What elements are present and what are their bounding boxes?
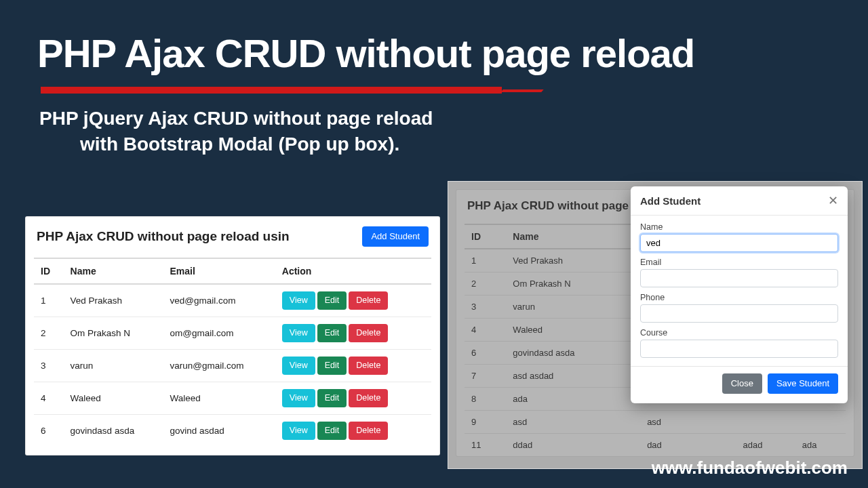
table-row: 1Ved Prakashved@gmail.comViewEditDelete xyxy=(34,284,431,317)
phone-label: Phone xyxy=(640,293,838,302)
panel-title: PHP Ajax CRUD without page reload usin xyxy=(37,229,290,244)
course-input[interactable] xyxy=(640,340,838,358)
cell-id: 6 xyxy=(34,414,64,447)
delete-button[interactable]: Delete xyxy=(349,422,388,440)
cell-email: govind asdad xyxy=(163,414,275,447)
cell-name: Ved Prakash xyxy=(64,284,163,317)
table-row: 6govindasd asdagovind asdadViewEditDelet… xyxy=(34,414,431,447)
name-input[interactable] xyxy=(640,234,838,252)
edit-button[interactable]: Edit xyxy=(317,324,347,342)
modal-header: Add Student ✕ xyxy=(631,186,848,216)
cell-name: Waleed xyxy=(64,382,163,414)
cell-name: Om Prakash N xyxy=(64,317,163,349)
col-name: Name xyxy=(64,258,163,284)
view-button[interactable]: View xyxy=(282,422,315,440)
edit-button[interactable]: Edit xyxy=(317,357,347,375)
cell-actions: ViewEditDelete xyxy=(275,284,431,317)
cell-actions: ViewEditDelete xyxy=(275,382,431,414)
delete-button[interactable]: Delete xyxy=(349,357,388,375)
name-label: Name xyxy=(640,222,838,232)
subtitle-line-2: with Bootstrap Modal (Pop up box). xyxy=(39,131,868,157)
table-row: 2Om Prakash Nom@gmail.comViewEditDelete xyxy=(34,317,431,349)
cell-id: 4 xyxy=(34,382,64,414)
page-subtitle: PHP jQuery Ajax CRUD without page reload… xyxy=(0,94,868,157)
cell-email: Waleed xyxy=(163,382,275,414)
table-row: 4WaleedWaleedViewEditDelete xyxy=(34,382,431,414)
page-title: PHP Ajax CRUD without page reload xyxy=(0,0,868,76)
phone-input[interactable] xyxy=(640,304,838,323)
email-input[interactable] xyxy=(640,269,838,287)
panel-header: PHP Ajax CRUD without page reload usin A… xyxy=(26,217,439,253)
cell-actions: ViewEditDelete xyxy=(275,349,431,382)
cell-id: 2 xyxy=(34,317,64,349)
view-button[interactable]: View xyxy=(282,324,315,342)
close-button[interactable]: Close xyxy=(722,373,762,394)
view-button[interactable]: View xyxy=(282,291,315,310)
close-icon[interactable]: ✕ xyxy=(828,195,838,207)
edit-button[interactable]: Edit xyxy=(317,291,347,310)
cell-email: ved@gmail.com xyxy=(163,284,275,317)
save-student-button[interactable]: Save Student xyxy=(768,373,838,394)
edit-button[interactable]: Edit xyxy=(317,389,347,407)
col-id: ID xyxy=(34,258,64,284)
cell-actions: ViewEditDelete xyxy=(275,414,431,447)
view-button[interactable]: View xyxy=(282,389,315,407)
cell-actions: ViewEditDelete xyxy=(275,317,431,349)
student-list-panel: PHP Ajax CRUD without page reload usin A… xyxy=(26,217,439,455)
add-student-modal: Add Student ✕ Name Email Phone Course Cl… xyxy=(631,186,848,403)
modal-title: Add Student xyxy=(640,195,701,207)
cell-name: govindasd asda xyxy=(64,414,163,447)
cell-email: om@gmail.com xyxy=(163,317,275,349)
footer-url: www.fundaofwebit.com xyxy=(652,458,848,479)
delete-button[interactable]: Delete xyxy=(349,291,388,310)
modal-footer: Close Save Student xyxy=(631,366,848,403)
cell-email: varun@gmail.com xyxy=(163,349,275,382)
delete-button[interactable]: Delete xyxy=(349,324,388,342)
modal-body: Name Email Phone Course xyxy=(631,216,848,366)
email-label: Email xyxy=(640,258,838,267)
cell-id: 1 xyxy=(34,284,64,317)
cell-id: 3 xyxy=(34,349,64,382)
students-table: ID Name Email Action 1Ved Prakashved@gma… xyxy=(34,258,431,447)
col-email: Email xyxy=(163,258,275,284)
edit-button[interactable]: Edit xyxy=(317,422,347,440)
accent-rule xyxy=(41,87,502,94)
course-label: Course xyxy=(640,328,838,338)
table-row: 3varunvarun@gmail.comViewEditDelete xyxy=(34,349,431,382)
add-student-button[interactable]: Add Student xyxy=(362,226,429,247)
col-action: Action xyxy=(275,258,431,284)
subtitle-line-1: PHP jQuery Ajax CRUD without page reload xyxy=(39,108,433,129)
view-button[interactable]: View xyxy=(282,357,315,375)
cell-name: varun xyxy=(64,349,163,382)
delete-button[interactable]: Delete xyxy=(349,389,388,407)
